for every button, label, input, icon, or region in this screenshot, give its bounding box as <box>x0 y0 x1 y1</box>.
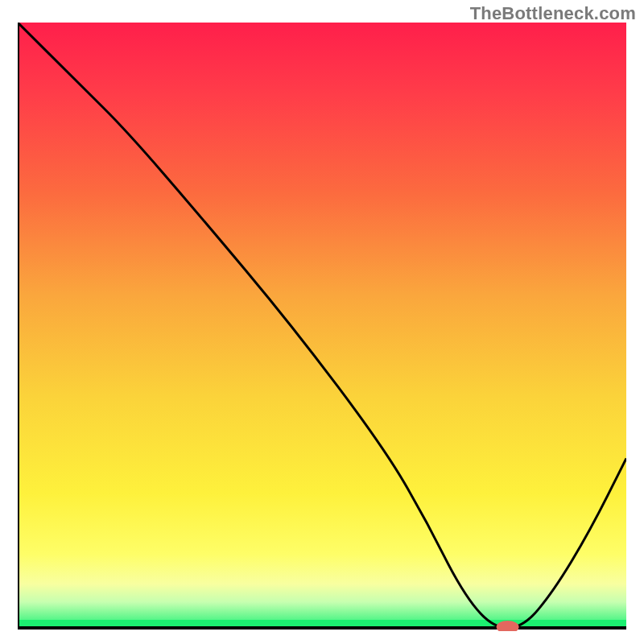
plot-area <box>18 23 626 631</box>
watermark-text: TheBottleneck.com <box>470 3 636 24</box>
green-baseline-strip <box>18 620 626 626</box>
chart-container: TheBottleneck.com <box>0 0 644 644</box>
chart-svg <box>18 23 626 631</box>
